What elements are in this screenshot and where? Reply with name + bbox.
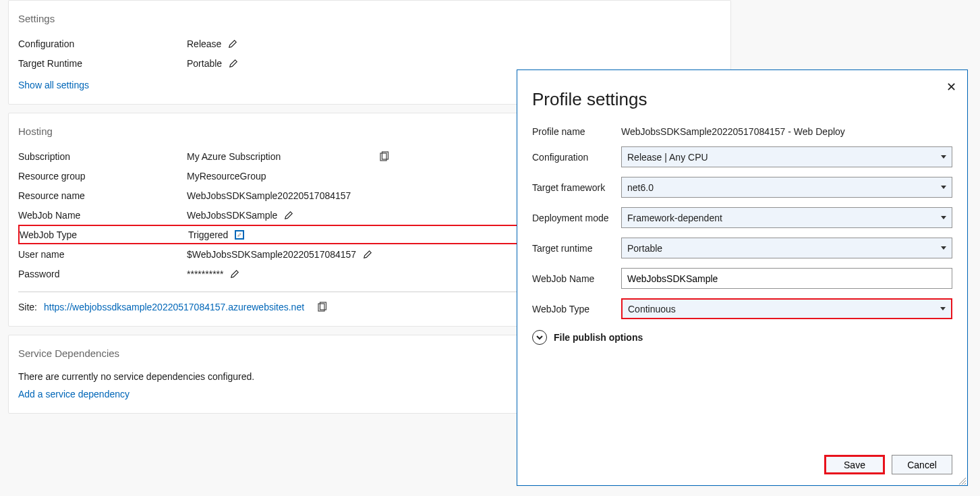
- configuration-select[interactable]: Release | Any CPU: [621, 146, 952, 167]
- configuration-value: Release: [187, 38, 221, 49]
- edit-target-runtime-icon[interactable]: [229, 59, 238, 68]
- close-icon[interactable]: ✕: [946, 80, 956, 94]
- deployment-mode-select-value: Framework-dependent: [627, 213, 722, 223]
- resource-name-value: WebJobsSDKSample20220517084157: [187, 190, 351, 201]
- dialog-webjob-type-label: WebJob Type: [532, 304, 621, 314]
- copy-site-url-icon[interactable]: [316, 302, 327, 312]
- edit-user-name-icon[interactable]: [363, 250, 372, 259]
- save-button[interactable]: Save: [824, 455, 885, 474]
- chevron-down-icon: [941, 186, 946, 189]
- webjob-type-select[interactable]: Continuous: [621, 298, 952, 319]
- drow-webjob-type: WebJob Type Continuous: [532, 298, 952, 319]
- webjob-name-input[interactable]: [621, 268, 952, 289]
- drow-configuration: Configuration Release | Any CPU: [532, 146, 952, 167]
- chevron-down-circle-icon: [532, 330, 547, 345]
- target-framework-select-value: net6.0: [627, 182, 654, 193]
- file-publish-options-label: File publish options: [554, 332, 643, 343]
- resource-name-label: Resource name: [18, 190, 187, 201]
- chevron-down-icon: [941, 246, 946, 250]
- file-publish-options-toggle[interactable]: File publish options: [532, 330, 952, 345]
- user-name-value: $WebJobsSDKSample20220517084157: [187, 249, 356, 260]
- chevron-down-icon: [940, 307, 946, 310]
- deployment-mode-label: Deployment mode: [532, 213, 621, 223]
- resize-handle[interactable]: [958, 476, 966, 484]
- site-label: Site:: [18, 302, 37, 312]
- svg-line-6: [964, 483, 966, 485]
- subscription-label: Subscription: [18, 151, 187, 162]
- profile-settings-dialog: ✕ Profile settings Profile name WebJobsS…: [517, 70, 968, 486]
- cancel-button[interactable]: Cancel: [892, 455, 952, 474]
- webjob-name-value: WebJobsSDKSample: [187, 210, 277, 221]
- edit-webjob-type-icon[interactable]: [235, 230, 244, 240]
- target-runtime-label: Target Runtime: [18, 58, 187, 69]
- copy-subscription-icon[interactable]: [378, 151, 389, 162]
- password-value: **********: [187, 269, 223, 279]
- target-runtime-select-value: Portable: [627, 243, 662, 254]
- user-name-label: User name: [18, 249, 187, 260]
- deployment-mode-select[interactable]: Framework-dependent: [621, 207, 952, 228]
- webjob-type-select-value: Continuous: [628, 304, 676, 314]
- show-all-settings-link[interactable]: Show all settings: [18, 80, 89, 90]
- drow-webjob-name: WebJob Name: [532, 268, 952, 289]
- row-configuration: Configuration Release: [18, 34, 714, 53]
- subscription-value: My Azure Subscription: [187, 151, 281, 162]
- chevron-down-icon: [941, 216, 946, 219]
- dialog-webjob-name-label: WebJob Name: [532, 273, 621, 284]
- target-runtime-value: Portable: [187, 58, 222, 69]
- dialog-configuration-label: Configuration: [532, 152, 621, 163]
- password-label: Password: [18, 269, 187, 279]
- dialog-target-runtime-label: Target runtime: [532, 243, 621, 254]
- drow-profile-name: Profile name WebJobsSDKSample20220517084…: [532, 126, 952, 137]
- profile-name-value: WebJobsSDKSample20220517084157 - Web Dep…: [621, 126, 952, 137]
- add-service-dependency-link[interactable]: Add a service dependency: [18, 389, 129, 399]
- webjob-type-value: Triggered: [188, 229, 228, 240]
- resource-group-label: Resource group: [18, 171, 187, 182]
- configuration-select-value: Release | Any CPU: [627, 152, 708, 163]
- edit-password-icon[interactable]: [230, 269, 239, 279]
- edit-webjob-name-icon[interactable]: [284, 211, 293, 220]
- drow-target-runtime: Target runtime Portable: [532, 238, 952, 258]
- site-url-link[interactable]: https://webjobssdksample20220517084157.a…: [44, 302, 304, 312]
- target-framework-select[interactable]: net6.0: [621, 177, 952, 198]
- drow-deployment-mode: Deployment mode Framework-dependent: [532, 207, 952, 228]
- settings-title: Settings: [18, 13, 714, 24]
- webjob-type-label: WebJob Type: [20, 229, 188, 240]
- target-framework-label: Target framework: [532, 182, 621, 193]
- dialog-title: Profile settings: [532, 89, 952, 110]
- chevron-down-icon: [941, 155, 946, 159]
- edit-configuration-icon[interactable]: [228, 39, 237, 49]
- drow-target-framework: Target framework net6.0: [532, 177, 952, 198]
- resource-group-value: MyResourceGroup: [187, 171, 266, 182]
- target-runtime-select[interactable]: Portable: [621, 238, 952, 258]
- configuration-label: Configuration: [18, 38, 187, 49]
- dialog-footer: Save Cancel: [532, 455, 952, 474]
- profile-name-label: Profile name: [532, 126, 621, 137]
- webjob-name-label: WebJob Name: [18, 210, 187, 221]
